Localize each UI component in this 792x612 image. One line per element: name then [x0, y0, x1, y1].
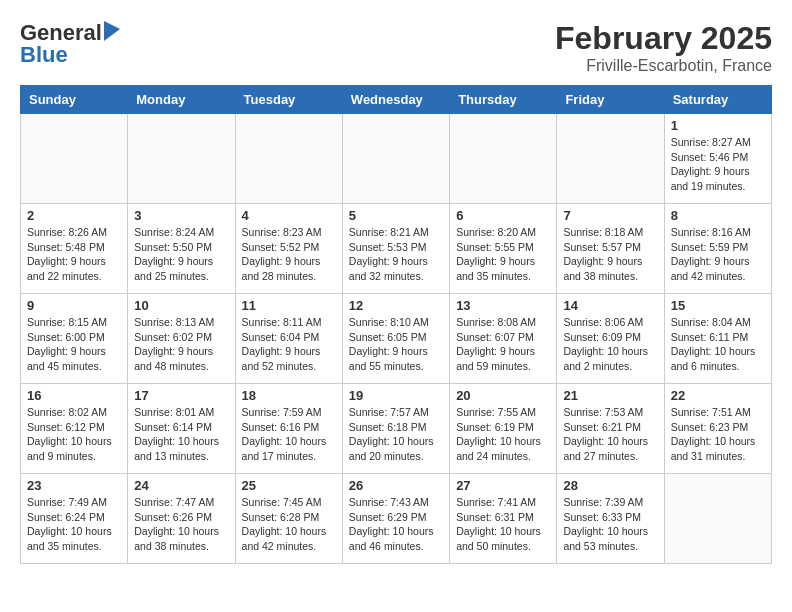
table-row: 27Sunrise: 7:41 AMSunset: 6:31 PMDayligh…: [450, 474, 557, 564]
calendar-week-3: 9Sunrise: 8:15 AMSunset: 6:00 PMDaylight…: [21, 294, 772, 384]
logo-icon: [104, 21, 120, 41]
day-info: Sunrise: 7:39 AMSunset: 6:33 PMDaylight:…: [563, 495, 657, 554]
table-row: 21Sunrise: 7:53 AMSunset: 6:21 PMDayligh…: [557, 384, 664, 474]
table-row: 26Sunrise: 7:43 AMSunset: 6:29 PMDayligh…: [342, 474, 449, 564]
table-row: 4Sunrise: 8:23 AMSunset: 5:52 PMDaylight…: [235, 204, 342, 294]
day-info: Sunrise: 8:20 AMSunset: 5:55 PMDaylight:…: [456, 225, 550, 284]
day-info: Sunrise: 8:16 AMSunset: 5:59 PMDaylight:…: [671, 225, 765, 284]
day-info: Sunrise: 7:43 AMSunset: 6:29 PMDaylight:…: [349, 495, 443, 554]
table-row: 8Sunrise: 8:16 AMSunset: 5:59 PMDaylight…: [664, 204, 771, 294]
day-number: 18: [242, 388, 336, 403]
calendar-week-1: 1Sunrise: 8:27 AMSunset: 5:46 PMDaylight…: [21, 114, 772, 204]
table-row: 1Sunrise: 8:27 AMSunset: 5:46 PMDaylight…: [664, 114, 771, 204]
day-number: 7: [563, 208, 657, 223]
table-row: 19Sunrise: 7:57 AMSunset: 6:18 PMDayligh…: [342, 384, 449, 474]
day-number: 21: [563, 388, 657, 403]
day-info: Sunrise: 8:04 AMSunset: 6:11 PMDaylight:…: [671, 315, 765, 374]
calendar-week-2: 2Sunrise: 8:26 AMSunset: 5:48 PMDaylight…: [21, 204, 772, 294]
table-row: 6Sunrise: 8:20 AMSunset: 5:55 PMDaylight…: [450, 204, 557, 294]
table-row: 18Sunrise: 7:59 AMSunset: 6:16 PMDayligh…: [235, 384, 342, 474]
day-number: 25: [242, 478, 336, 493]
col-wednesday: Wednesday: [342, 86, 449, 114]
day-number: 27: [456, 478, 550, 493]
svg-marker-0: [104, 21, 120, 41]
table-row: 11Sunrise: 8:11 AMSunset: 6:04 PMDayligh…: [235, 294, 342, 384]
day-number: 6: [456, 208, 550, 223]
day-number: 1: [671, 118, 765, 133]
day-info: Sunrise: 7:57 AMSunset: 6:18 PMDaylight:…: [349, 405, 443, 464]
table-row: [342, 114, 449, 204]
col-thursday: Thursday: [450, 86, 557, 114]
table-row: 10Sunrise: 8:13 AMSunset: 6:02 PMDayligh…: [128, 294, 235, 384]
day-info: Sunrise: 8:18 AMSunset: 5:57 PMDaylight:…: [563, 225, 657, 284]
day-info: Sunrise: 8:15 AMSunset: 6:00 PMDaylight:…: [27, 315, 121, 374]
table-row: 28Sunrise: 7:39 AMSunset: 6:33 PMDayligh…: [557, 474, 664, 564]
calendar-table: Sunday Monday Tuesday Wednesday Thursday…: [20, 85, 772, 564]
table-row: 24Sunrise: 7:47 AMSunset: 6:26 PMDayligh…: [128, 474, 235, 564]
day-number: 23: [27, 478, 121, 493]
table-row: 7Sunrise: 8:18 AMSunset: 5:57 PMDaylight…: [557, 204, 664, 294]
day-number: 17: [134, 388, 228, 403]
table-row: [664, 474, 771, 564]
day-number: 10: [134, 298, 228, 313]
col-monday: Monday: [128, 86, 235, 114]
day-number: 2: [27, 208, 121, 223]
day-number: 11: [242, 298, 336, 313]
day-info: Sunrise: 8:27 AMSunset: 5:46 PMDaylight:…: [671, 135, 765, 194]
table-row: 3Sunrise: 8:24 AMSunset: 5:50 PMDaylight…: [128, 204, 235, 294]
day-number: 4: [242, 208, 336, 223]
day-info: Sunrise: 7:55 AMSunset: 6:19 PMDaylight:…: [456, 405, 550, 464]
calendar-header-row: Sunday Monday Tuesday Wednesday Thursday…: [21, 86, 772, 114]
day-info: Sunrise: 7:41 AMSunset: 6:31 PMDaylight:…: [456, 495, 550, 554]
day-info: Sunrise: 8:21 AMSunset: 5:53 PMDaylight:…: [349, 225, 443, 284]
day-info: Sunrise: 8:11 AMSunset: 6:04 PMDaylight:…: [242, 315, 336, 374]
day-info: Sunrise: 8:08 AMSunset: 6:07 PMDaylight:…: [456, 315, 550, 374]
day-info: Sunrise: 8:24 AMSunset: 5:50 PMDaylight:…: [134, 225, 228, 284]
table-row: 15Sunrise: 8:04 AMSunset: 6:11 PMDayligh…: [664, 294, 771, 384]
day-number: 16: [27, 388, 121, 403]
month-year-title: February 2025: [555, 20, 772, 57]
day-info: Sunrise: 7:59 AMSunset: 6:16 PMDaylight:…: [242, 405, 336, 464]
day-info: Sunrise: 7:49 AMSunset: 6:24 PMDaylight:…: [27, 495, 121, 554]
logo: General Blue: [20, 20, 120, 68]
day-info: Sunrise: 8:23 AMSunset: 5:52 PMDaylight:…: [242, 225, 336, 284]
day-info: Sunrise: 8:10 AMSunset: 6:05 PMDaylight:…: [349, 315, 443, 374]
day-number: 15: [671, 298, 765, 313]
day-number: 3: [134, 208, 228, 223]
table-row: 14Sunrise: 8:06 AMSunset: 6:09 PMDayligh…: [557, 294, 664, 384]
table-row: 25Sunrise: 7:45 AMSunset: 6:28 PMDayligh…: [235, 474, 342, 564]
day-info: Sunrise: 7:53 AMSunset: 6:21 PMDaylight:…: [563, 405, 657, 464]
day-number: 12: [349, 298, 443, 313]
table-row: 23Sunrise: 7:49 AMSunset: 6:24 PMDayligh…: [21, 474, 128, 564]
col-tuesday: Tuesday: [235, 86, 342, 114]
table-row: [128, 114, 235, 204]
table-row: 16Sunrise: 8:02 AMSunset: 6:12 PMDayligh…: [21, 384, 128, 474]
table-row: 13Sunrise: 8:08 AMSunset: 6:07 PMDayligh…: [450, 294, 557, 384]
day-number: 5: [349, 208, 443, 223]
logo-blue-text: Blue: [20, 42, 68, 68]
day-number: 14: [563, 298, 657, 313]
table-row: [557, 114, 664, 204]
day-number: 26: [349, 478, 443, 493]
calendar-week-4: 16Sunrise: 8:02 AMSunset: 6:12 PMDayligh…: [21, 384, 772, 474]
day-info: Sunrise: 7:45 AMSunset: 6:28 PMDaylight:…: [242, 495, 336, 554]
table-row: 2Sunrise: 8:26 AMSunset: 5:48 PMDaylight…: [21, 204, 128, 294]
day-info: Sunrise: 8:06 AMSunset: 6:09 PMDaylight:…: [563, 315, 657, 374]
table-row: 22Sunrise: 7:51 AMSunset: 6:23 PMDayligh…: [664, 384, 771, 474]
day-info: Sunrise: 8:26 AMSunset: 5:48 PMDaylight:…: [27, 225, 121, 284]
day-info: Sunrise: 8:13 AMSunset: 6:02 PMDaylight:…: [134, 315, 228, 374]
day-number: 28: [563, 478, 657, 493]
day-info: Sunrise: 8:02 AMSunset: 6:12 PMDaylight:…: [27, 405, 121, 464]
table-row: 20Sunrise: 7:55 AMSunset: 6:19 PMDayligh…: [450, 384, 557, 474]
day-info: Sunrise: 7:47 AMSunset: 6:26 PMDaylight:…: [134, 495, 228, 554]
calendar-week-5: 23Sunrise: 7:49 AMSunset: 6:24 PMDayligh…: [21, 474, 772, 564]
location-subtitle: Friville-Escarbotin, France: [555, 57, 772, 75]
day-number: 22: [671, 388, 765, 403]
table-row: 5Sunrise: 8:21 AMSunset: 5:53 PMDaylight…: [342, 204, 449, 294]
table-row: 12Sunrise: 8:10 AMSunset: 6:05 PMDayligh…: [342, 294, 449, 384]
day-number: 24: [134, 478, 228, 493]
table-row: 17Sunrise: 8:01 AMSunset: 6:14 PMDayligh…: [128, 384, 235, 474]
title-block: February 2025 Friville-Escarbotin, Franc…: [555, 20, 772, 75]
day-info: Sunrise: 8:01 AMSunset: 6:14 PMDaylight:…: [134, 405, 228, 464]
day-info: Sunrise: 7:51 AMSunset: 6:23 PMDaylight:…: [671, 405, 765, 464]
